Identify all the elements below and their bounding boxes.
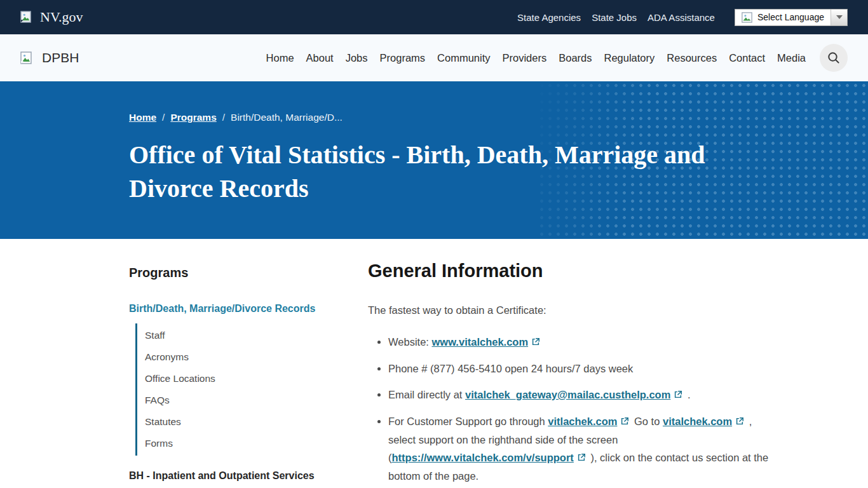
link-state-jobs[interactable]: State Jobs — [592, 12, 637, 23]
list-item: Email directly at vitalchek_gateway@mail… — [388, 386, 778, 404]
bullet-text: Go to — [631, 416, 663, 427]
info-list: Website: www.vitalchek.com Phone # (877)… — [368, 333, 778, 485]
sidebar-item-forms[interactable]: Forms — [145, 438, 173, 449]
utility-bar: NV.gov State Agencies State Jobs ADA Ass… — [0, 0, 868, 34]
content-area: Programs Birth/Death, Marriage/Divorce R… — [0, 239, 868, 488]
nav-item-regulatory[interactable]: Regulatory — [604, 52, 655, 64]
external-link-icon — [577, 449, 586, 467]
list-item: Phone # (877) 456-5410 open 24 hours/7 d… — [388, 360, 778, 377]
nav-item-boards[interactable]: Boards — [559, 52, 592, 64]
external-link-icon — [674, 386, 682, 404]
intro-text: The fastest way to obtain a Certificate: — [368, 304, 778, 316]
dpbh-brand-text: DPBH — [42, 50, 79, 65]
bullet-text: For Customer Support go through — [388, 416, 548, 427]
nav-menu: Home About Jobs Programs Community Provi… — [266, 52, 806, 64]
bullet-text: Website: — [388, 336, 431, 348]
nav-item-contact[interactable]: Contact — [729, 52, 765, 64]
vitalchek-support-url-link[interactable]: https://www.vitalchek.com/v/support — [392, 452, 574, 463]
list-item: Office Locations — [145, 368, 368, 390]
breadcrumb-current: Birth/Death, Marriage/D... — [231, 112, 342, 123]
nav-item-jobs[interactable]: Jobs — [346, 52, 368, 64]
sidebar-item-birth-death-records[interactable]: Birth/Death, Marriage/Divorce Records — [129, 303, 368, 315]
sidebar-sub-list: Staff Acronyms Office Locations FAQs Sta… — [135, 323, 368, 456]
breadcrumb-home[interactable]: Home — [129, 112, 156, 123]
sidebar-item-statutes[interactable]: Statutes — [145, 416, 181, 427]
hero-banner: Home / Programs / Birth/Death, Marriage/… — [0, 81, 868, 239]
dpbh-logo-link[interactable]: DPBH — [20, 50, 79, 65]
nvgov-logo-link[interactable]: NV.gov — [20, 9, 83, 25]
breadcrumb: Home / Programs / Birth/Death, Marriage/… — [129, 112, 868, 123]
main-content: General Information The fastest way to o… — [368, 261, 778, 488]
list-item: FAQs — [145, 390, 368, 411]
broken-image-icon — [20, 11, 32, 24]
external-link-icon — [531, 334, 540, 351]
list-item: Statutes — [145, 411, 368, 433]
sidebar-item-faqs[interactable]: FAQs — [145, 395, 170, 405]
breadcrumb-separator: / — [162, 112, 165, 123]
nav-item-programs[interactable]: Programs — [380, 52, 426, 64]
vitlachek-support-link[interactable]: vitlachek.com — [548, 416, 617, 427]
sidebar: Programs Birth/Death, Marriage/Divorce R… — [129, 261, 368, 488]
language-selector-arrow[interactable] — [831, 10, 847, 25]
list-item: Website: www.vitalchek.com — [388, 333, 778, 351]
sidebar-item-acronyms[interactable]: Acronyms — [145, 351, 189, 362]
list-item: Staff — [145, 325, 368, 346]
external-link-icon — [620, 413, 629, 431]
bullet-text: Phone # (877) 456-5410 open 24 hours/7 d… — [388, 363, 633, 374]
list-item: For Customer Support go through vitlache… — [388, 412, 778, 485]
broken-image-icon — [742, 12, 752, 23]
page-title: Office of Vital Statistics - Birth, Deat… — [129, 139, 764, 206]
language-selector[interactable]: Select Language — [735, 9, 848, 26]
list-item: Acronyms — [145, 346, 368, 368]
nav-item-home[interactable]: Home — [266, 52, 294, 64]
sidebar-item-staff[interactable]: Staff — [145, 330, 165, 341]
utility-links: State Agencies State Jobs ADA Assistance… — [517, 9, 848, 26]
search-icon — [827, 51, 841, 65]
sidebar-item-bh-inpatient-outpatient[interactable]: BH - Inpatient and Outpatient Services — [129, 470, 368, 482]
list-item: Forms — [145, 433, 368, 454]
section-heading: General Information — [368, 261, 778, 281]
main-nav: DPBH Home About Jobs Programs Community … — [0, 34, 868, 81]
nav-item-community[interactable]: Community — [437, 52, 490, 64]
nav-item-providers[interactable]: Providers — [503, 52, 547, 64]
nvgov-brand-text: NV.gov — [40, 9, 83, 25]
language-selector-main: Select Language — [735, 10, 831, 25]
vitalchek-email-link[interactable]: vitalchek_gateway@mailac.custhelp.com — [465, 389, 670, 400]
search-button[interactable] — [820, 44, 848, 72]
nav-item-about[interactable]: About — [306, 52, 334, 64]
nav-item-resources[interactable]: Resources — [667, 52, 717, 64]
bullet-text: Email directly at — [388, 389, 465, 400]
breadcrumb-separator: / — [222, 112, 225, 123]
external-link-icon — [735, 413, 744, 431]
broken-image-icon — [20, 51, 33, 65]
breadcrumb-programs[interactable]: Programs — [170, 112, 216, 123]
chevron-down-icon — [836, 15, 843, 19]
sidebar-heading: Programs — [129, 266, 368, 280]
bullet-text: . — [684, 389, 690, 400]
language-selector-label: Select Language — [757, 12, 824, 22]
link-ada-assistance[interactable]: ADA Assistance — [648, 12, 715, 23]
vitalchek-goto-link[interactable]: vitalchek.com — [663, 416, 732, 427]
vitalchek-website-link[interactable]: www.vitalchek.com — [431, 336, 528, 348]
sidebar-item-office-locations[interactable]: Office Locations — [145, 373, 215, 384]
nav-item-media[interactable]: Media — [777, 52, 806, 64]
link-state-agencies[interactable]: State Agencies — [517, 12, 581, 23]
